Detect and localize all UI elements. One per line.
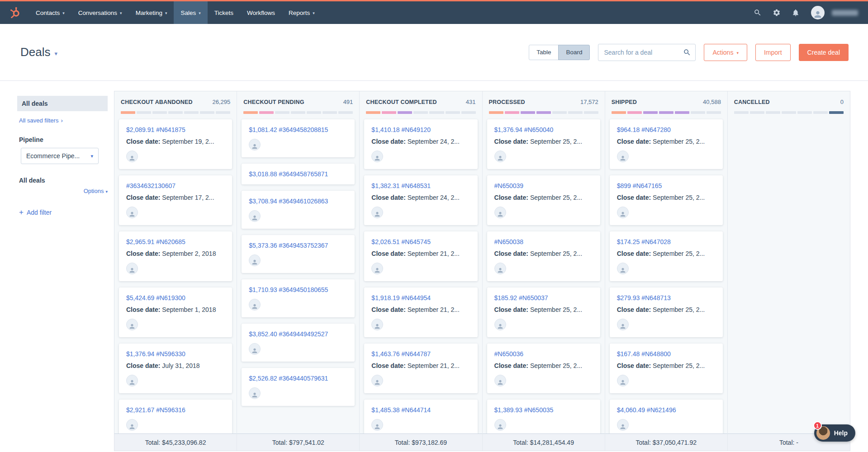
all-saved-filters-link[interactable]: All saved filters ›: [19, 117, 108, 124]
chevron-down-icon: ▾: [199, 10, 201, 15]
gear-icon[interactable]: [768, 5, 785, 21]
deal-title-link[interactable]: $3,018.88 #3649458765871: [249, 170, 347, 178]
deal-title-link[interactable]: $167.48 #N648800: [617, 350, 716, 358]
deal-card[interactable]: $964.18 #N647280Close date: September 25…: [610, 119, 723, 169]
deal-title-link[interactable]: $2,089.91 #N641875: [126, 126, 225, 133]
page-title-dropdown[interactable]: Deals ▾: [20, 45, 57, 59]
deal-card[interactable]: $5,424.69 #N619300Close date: September …: [119, 287, 232, 337]
deal-title-link[interactable]: $2,026.51 #N645745: [371, 238, 470, 245]
deal-card[interactable]: $1,376.94 #N596330Close date: July 31, 2…: [119, 344, 232, 393]
deal-card[interactable]: #N650036Close date: September 25, 2...: [487, 344, 600, 393]
deal-card[interactable]: $1,918.19 #N644954Close date: September …: [364, 287, 477, 337]
deal-title-link[interactable]: $4,060.49 #N621496: [617, 406, 716, 414]
deal-card[interactable]: $1,463.76 #N644787Close date: September …: [364, 344, 477, 393]
column-cards: $2,089.91 #N641875Close date: September …: [114, 114, 237, 433]
deal-search-input[interactable]: [598, 44, 696, 61]
deal-title-link[interactable]: $3,852.40 #3649449492527: [249, 330, 347, 338]
close-date: Close date: September 21, 2...: [371, 250, 470, 257]
deal-title-link[interactable]: $1,410.18 #N649120: [371, 126, 470, 133]
nav-item-tickets[interactable]: Tickets: [208, 1, 240, 24]
hubspot-logo[interactable]: [9, 1, 21, 24]
deal-card[interactable]: $279.93 #N648713Close date: September 25…: [610, 287, 723, 337]
deal-title-link[interactable]: $964.18 #N647280: [617, 126, 716, 133]
nav-item-sales[interactable]: Sales▾: [174, 1, 207, 24]
nav-item-workflows[interactable]: Workflows: [240, 1, 282, 24]
help-button[interactable]: 1 Help: [814, 424, 855, 442]
deal-title-link[interactable]: $1,376.94 #N596330: [126, 350, 225, 358]
deal-title-link[interactable]: $185.92 #N650037: [494, 294, 593, 301]
add-filter-button[interactable]: + Add filter: [19, 209, 108, 216]
create-deal-button[interactable]: Create deal: [799, 44, 849, 61]
deal-title-link[interactable]: $1,382.31 #N648531: [371, 182, 470, 189]
deal-card[interactable]: $2,921.67 #N596316: [119, 400, 232, 433]
sidebar: All deals All saved filters › Pipeline E…: [17, 81, 108, 216]
deal-title-link[interactable]: $2,526.82 #3649440579631: [249, 375, 347, 382]
deal-card[interactable]: $2,526.82 #3649440579631: [242, 368, 355, 406]
deal-title-link[interactable]: $1,918.19 #N644954: [371, 294, 470, 301]
deal-card[interactable]: $1,376.94 #N650040Close date: September …: [487, 119, 600, 169]
deal-card[interactable]: $2,965.91 #N620685Close date: September …: [119, 231, 232, 281]
nav-item-contacts[interactable]: Contacts▾: [29, 1, 71, 24]
deal-title-link[interactable]: $1,463.76 #N644787: [371, 350, 470, 358]
nav-item-marketing[interactable]: Marketing▾: [129, 1, 174, 24]
deal-title-link[interactable]: $5,424.69 #N619300: [126, 294, 225, 301]
deal-title-link[interactable]: $174.25 #N647028: [617, 238, 716, 245]
deal-card[interactable]: $5,373.36 #3649453752367: [242, 235, 355, 273]
person-icon: [813, 9, 823, 19]
deal-card[interactable]: $1,081.42 #3649458208815: [242, 119, 355, 157]
pipeline-select[interactable]: Ecommerce Pipe... ▾: [21, 148, 99, 164]
deal-card[interactable]: $1,485.38 #N644714: [364, 400, 477, 433]
deal-title-link[interactable]: $279.93 #N648713: [617, 294, 716, 301]
deal-card[interactable]: #N650038Close date: September 25, 2...: [487, 231, 600, 281]
deal-title-link[interactable]: $1,485.38 #N644714: [371, 406, 470, 414]
user-avatar[interactable]: [811, 6, 825, 19]
deal-card[interactable]: $899 #N647165Close date: September 25, 2…: [610, 175, 723, 225]
close-date-value: September 25, 2...: [530, 138, 582, 145]
deal-title-link[interactable]: #N650039: [494, 182, 593, 189]
deal-card[interactable]: $1,410.18 #N649120Close date: September …: [364, 119, 477, 169]
deal-card[interactable]: $185.92 #N650037Close date: September 25…: [487, 287, 600, 337]
search-icon[interactable]: [749, 5, 766, 21]
deal-card[interactable]: $3,852.40 #3649449492527: [242, 324, 355, 362]
deal-title-link[interactable]: $3,708.94 #3649461026863: [249, 198, 347, 205]
deal-card[interactable]: #N650039Close date: September 25, 2...: [487, 175, 600, 225]
deal-title-link[interactable]: $2,965.91 #N620685: [126, 238, 225, 245]
contact-avatar: [494, 207, 506, 218]
deal-card[interactable]: $3,708.94 #3649461026863: [242, 191, 355, 229]
deal-title-link[interactable]: $899 #N647165: [617, 182, 716, 189]
deal-card[interactable]: #3634632130607Close date: September 17, …: [119, 175, 232, 225]
nav-item-conversations[interactable]: Conversations▾: [71, 1, 129, 24]
deal-card[interactable]: $1,382.31 #N648531Close date: September …: [364, 175, 477, 225]
deal-title-link[interactable]: $5,373.36 #3649453752367: [249, 242, 347, 249]
deal-card[interactable]: $4,060.49 #N621496: [610, 400, 723, 433]
deal-title-link[interactable]: #3634632130607: [126, 182, 225, 189]
person-icon: [128, 423, 136, 430]
deal-title-link[interactable]: $1,081.42 #3649458208815: [249, 126, 347, 133]
sidebar-item-all-deals[interactable]: All deals: [17, 96, 108, 111]
user-name-blurred[interactable]: [832, 10, 858, 16]
import-button[interactable]: Import: [755, 44, 791, 61]
close-date-label: Close date:: [371, 250, 407, 257]
table-view-button[interactable]: Table: [529, 45, 559, 60]
nav-item-reports[interactable]: Reports▾: [282, 1, 322, 24]
deal-title-link[interactable]: #N650038: [494, 238, 593, 245]
deal-card[interactable]: $3,018.88 #3649458765871: [242, 164, 355, 184]
deal-card[interactable]: $2,089.91 #N641875Close date: September …: [119, 119, 232, 169]
deal-title-link[interactable]: $1,710.93 #3649450180655: [249, 286, 347, 293]
board-view-button[interactable]: Board: [558, 45, 590, 60]
deal-card[interactable]: $167.48 #N648800Close date: September 25…: [610, 344, 723, 393]
chevron-down-icon: ▾: [120, 10, 122, 15]
actions-button[interactable]: Actions ▾: [704, 44, 747, 61]
deal-card[interactable]: $1,710.93 #3649450180655: [242, 279, 355, 317]
deal-card[interactable]: $174.25 #N647028Close date: September 25…: [610, 231, 723, 281]
deal-title-link[interactable]: #N650036: [494, 350, 593, 358]
deal-title-link[interactable]: $1,376.94 #N650040: [494, 126, 593, 133]
options-dropdown[interactable]: Options ▾: [17, 188, 108, 194]
deal-card[interactable]: $2,026.51 #N645745Close date: September …: [364, 231, 477, 281]
chevron-down-icon: ▾: [62, 10, 65, 15]
search-icon[interactable]: [683, 48, 691, 58]
deal-title-link[interactable]: $1,389.93 #N650035: [494, 406, 593, 414]
deal-title-link[interactable]: $2,921.67 #N596316: [126, 406, 225, 414]
deal-card[interactable]: $1,389.93 #N650035: [487, 400, 600, 433]
bell-icon[interactable]: [787, 5, 804, 21]
